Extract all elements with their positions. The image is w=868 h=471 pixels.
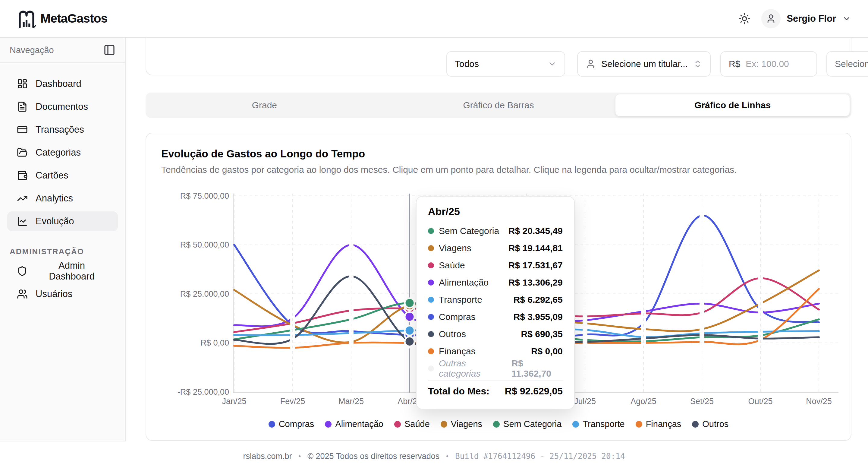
chart-card: Evolução de Gastos ao Longo do Tempo Ten…	[146, 133, 851, 441]
chevron-down-icon	[842, 14, 851, 23]
legend-color-dot	[269, 421, 275, 428]
user-name: Sergio Flor	[786, 13, 836, 24]
legend-color-dot	[441, 421, 447, 428]
chart-legend: ComprasAlimentaçãoSaúdeViagensSem Catego…	[146, 419, 851, 429]
header-actions: Sergio Flor	[738, 9, 851, 28]
tooltip-row: SaúdeR$ 17.531,67	[428, 257, 563, 274]
tooltip-row-label: Sem Categoria	[439, 226, 499, 236]
tooltip-row-value: R$ 20.345,49	[508, 226, 563, 236]
sidebar-nav: DashboardDocumentosTransaçõesCategoriasC…	[0, 63, 125, 231]
tooltip-row-value: R$ 11.362,70	[512, 358, 563, 379]
chart-tooltip: Abr/25 Sem CategoriaR$ 20.345,49ViagensR…	[416, 196, 575, 410]
tooltip-total-row: Total do Mes: R$ 92.629,05	[428, 381, 563, 401]
sidebar-section-title: Navegação	[10, 45, 54, 55]
legend-item-outros[interactable]: Outros	[692, 419, 728, 429]
chevrons-up-down-icon	[693, 59, 702, 68]
legend-label: Viagens	[451, 419, 482, 429]
sidebar-item-analytics[interactable]: Analytics	[7, 188, 118, 208]
footer-site-link[interactable]: rslabs.com.br	[243, 452, 292, 461]
tab-gráfico-de-linhas[interactable]: Gráfico de Linhas	[615, 94, 849, 116]
titular-select[interactable]: Selecione um titular...	[577, 51, 711, 77]
credit-card-icon	[17, 124, 28, 135]
tooltip-row-label: Saúde	[439, 260, 465, 270]
tooltip-rows: Sem CategoriaR$ 20.345,49ViagensR$ 19.14…	[428, 222, 563, 377]
sidebar-item-transações[interactable]: Transações	[7, 120, 118, 140]
avatar	[761, 9, 781, 28]
tooltip-row: ViagensR$ 19.144,81	[428, 239, 563, 257]
sidebar-item-admin-dashboard[interactable]: Admin Dashboard	[7, 261, 118, 281]
legend-item-compras[interactable]: Compras	[269, 419, 314, 429]
legend-label: Outros	[702, 419, 728, 429]
period-select-value: Todos	[455, 59, 542, 69]
tooltip-row-label: Outras categorias	[439, 358, 507, 379]
legend-item-saúde[interactable]: Saúde	[394, 419, 430, 429]
sidebar-item-evolução[interactable]: Evolução	[7, 211, 118, 231]
titular-select-placeholder: Selecione um titular...	[601, 59, 688, 69]
tooltip-row-label: Finanças	[439, 346, 475, 356]
tab-grade[interactable]: Grade	[147, 94, 381, 116]
footer-separator: •	[299, 452, 301, 460]
user-menu[interactable]: Sergio Flor	[761, 9, 851, 28]
legend-item-finanças[interactable]: Finanças	[636, 419, 681, 429]
footer-copyright: © 2025 Todos os direitos reservados	[307, 452, 439, 461]
sidebar-item-documentos[interactable]: Documentos	[7, 97, 118, 117]
sidebar-collapse-button[interactable]	[103, 44, 116, 56]
sidebar-item-label: Usuários	[36, 289, 72, 299]
tooltip-row: Outras categoriasR$ 11.362,70	[428, 360, 563, 377]
legend-color-dot	[692, 421, 699, 428]
period-select[interactable]: Todos	[446, 51, 565, 77]
amount-input[interactable]: R$ Ex: 100.00	[720, 51, 817, 77]
legend-label: Finanças	[646, 419, 681, 429]
legend-item-viagens[interactable]: Viagens	[441, 419, 482, 429]
sidebar-item-categorias[interactable]: Categorias	[7, 143, 118, 163]
sidebar-item-label: Evolução	[36, 216, 74, 227]
tooltip-row: TransporteR$ 6.292,65	[428, 291, 563, 308]
sidebar-item-label: Documentos	[36, 101, 88, 112]
tooltip-row-value: R$ 690,35	[521, 329, 563, 339]
sidebar-item-label: Analytics	[36, 193, 73, 204]
sidebar-item-usuários[interactable]: Usuários	[7, 284, 118, 304]
amount-input-placeholder: Ex: 100.00	[746, 59, 809, 69]
theme-toggle-button[interactable]	[738, 13, 750, 25]
legend-label: Sem Categoria	[503, 419, 561, 429]
sidebar-item-cartões[interactable]: Cartões	[7, 166, 118, 185]
tooltip-row: AlimentaçãoR$ 13.306,29	[428, 274, 563, 291]
categories-select-placeholder: Selecionar categorias...	[835, 59, 868, 69]
sun-icon	[738, 13, 750, 25]
metagastos-logo-icon	[17, 9, 36, 28]
wallet-icon	[17, 170, 28, 181]
legend-color-dot	[572, 421, 579, 428]
tooltip-row-label: Alimentação	[439, 277, 489, 288]
sidebar: Navegação DashboardDocumentosTransaçõesC…	[0, 38, 126, 441]
series-color-dot	[428, 228, 434, 234]
series-color-dot	[428, 331, 434, 337]
sidebar-item-label: Admin Dashboard	[35, 260, 108, 282]
sidebar-item-dashboard[interactable]: Dashboard	[7, 74, 118, 94]
tooltip-row: FinançasR$ 0,00	[428, 343, 563, 360]
user-icon	[766, 13, 776, 24]
series-color-dot	[428, 365, 434, 372]
categories-select[interactable]: Selecionar categorias...	[827, 51, 868, 77]
tab-gráfico-de-barras[interactable]: Gráfico de Barras	[381, 94, 616, 116]
legend-item-transporte[interactable]: Transporte	[572, 419, 624, 429]
brand[interactable]: MetaGastos	[17, 9, 107, 28]
legend-item-sem-categoria[interactable]: Sem Categoria	[493, 419, 561, 429]
series-color-dot	[428, 262, 434, 268]
sidebar-item-label: Dashboard	[36, 79, 82, 89]
tooltip-row-label: Outros	[439, 329, 466, 339]
sidebar-admin-nav: Admin DashboardUsuários	[0, 258, 125, 304]
brand-name: MetaGastos	[40, 11, 107, 26]
tooltip-row-label: Compras	[439, 312, 475, 322]
legend-label: Transporte	[583, 419, 624, 429]
sidebar-header: Navegação	[0, 38, 125, 63]
series-color-dot	[428, 245, 434, 251]
layout-dashboard-icon	[17, 79, 28, 89]
tooltip-row-label: Viagens	[439, 243, 471, 253]
tooltip-row-value: R$ 0,00	[531, 346, 563, 356]
view-tabs: GradeGráfico de BarrasGráfico de Linhas	[146, 93, 851, 118]
currency-prefix: R$	[729, 59, 740, 69]
legend-item-alimentação[interactable]: Alimentação	[325, 419, 383, 429]
tooltip-month-title: Abr/25	[428, 206, 563, 217]
sidebar-admin-section-title: ADMINISTRAÇÃO	[0, 247, 125, 256]
app-footer: rslabs.com.br • © 2025 Todos os direitos…	[0, 441, 868, 471]
